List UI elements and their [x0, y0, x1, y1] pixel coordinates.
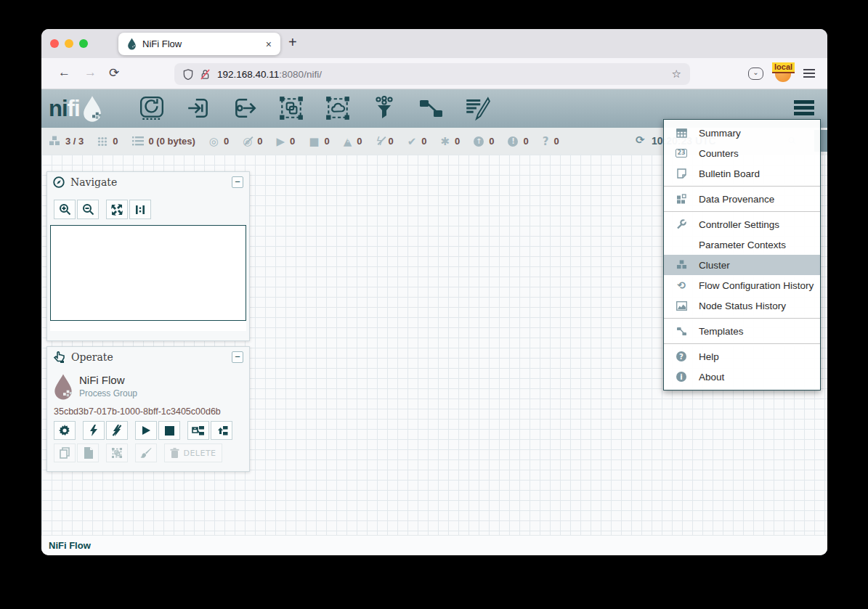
configure-button[interactable] [54, 421, 76, 440]
navigate-buttons [54, 200, 249, 219]
window-minimize-button[interactable] [65, 39, 73, 48]
window-zoom-button[interactable] [79, 39, 88, 48]
operate-title: Operate [71, 351, 232, 363]
summary-icon [674, 128, 689, 138]
templates-icon [674, 327, 689, 336]
up-to-date-count: 0 [421, 136, 426, 147]
running-count: 0 [290, 136, 295, 147]
menu-item-counters[interactable]: 23 Counters [664, 143, 820, 163]
nifi-global-menu: Summary 23 Counters Bulletin Board Data … [663, 119, 821, 391]
bookmark-star-icon[interactable]: ☆ [672, 68, 681, 81]
locally-modified-stale-count: 0 [523, 136, 528, 147]
start-button[interactable] [135, 421, 157, 440]
component-toolbar [138, 94, 491, 122]
birdseye-map[interactable] [50, 225, 246, 321]
process-group-drop-icon [53, 373, 73, 401]
disable-button[interactable] [106, 421, 128, 440]
refresh-icon[interactable]: ⟳ [636, 134, 645, 147]
pocket-icon[interactable]: ⌄ [748, 68, 763, 80]
queued-icon [132, 136, 144, 146]
zoom-actual-size-button[interactable] [129, 200, 151, 219]
reload-button[interactable]: ⟳ [109, 65, 119, 80]
remote-process-group-component[interactable] [324, 94, 352, 122]
funnel-component[interactable] [370, 94, 398, 122]
menu-item-about[interactable]: i About [664, 367, 820, 387]
enable-button[interactable] [83, 421, 105, 440]
cluster-icon [674, 260, 689, 270]
shield-icon[interactable] [183, 69, 193, 80]
logo-text-ni: ni [49, 96, 68, 122]
up-to-date-icon: ✔ [407, 135, 417, 148]
menu-item-flow-configuration-history[interactable]: ⟲ Flow Configuration History [664, 275, 820, 295]
back-button[interactable]: ← [58, 65, 70, 80]
process-group-component[interactable] [277, 94, 305, 122]
stopped-count: 0 [324, 136, 329, 147]
menu-item-summary[interactable]: Summary [664, 123, 820, 143]
navigate-panel: Navigate − [46, 171, 250, 341]
paste-button [77, 444, 99, 462]
menu-divider [664, 211, 820, 212]
menu-item-bulletin-board[interactable]: Bulletin Board [664, 163, 820, 184]
transmitting-count: 0 [224, 136, 229, 147]
zoom-in-button[interactable] [54, 200, 76, 219]
delete-button: DELETE [164, 444, 222, 462]
nifi-favicon-icon [127, 38, 137, 50]
browser-tab[interactable]: NiFi Flow × [118, 33, 280, 55]
navigate-collapse-button[interactable]: − [232, 176, 243, 188]
locally-modified-icon: ✱ [440, 135, 450, 148]
menu-item-cluster[interactable]: Cluster [664, 255, 820, 275]
sync-failure-icon: ? [543, 135, 549, 148]
tab-close-icon[interactable]: × [266, 38, 272, 50]
bulletin-board-icon [674, 168, 689, 179]
menu-item-data-provenance[interactable]: Data Provenance [664, 189, 820, 209]
sync-failure-count: 0 [553, 136, 559, 147]
nifi-global-menu-button[interactable] [794, 100, 814, 118]
invalid-count: 0 [357, 136, 362, 147]
upload-template-button[interactable] [211, 421, 232, 440]
queued-count: 0 (0 bytes) [149, 136, 195, 147]
forward-button: → [84, 65, 97, 80]
profile-container-label: local [772, 62, 795, 73]
input-port-component[interactable] [184, 94, 212, 122]
firefox-menu-icon[interactable] [803, 69, 815, 81]
group-button [106, 444, 128, 462]
template-component[interactable] [417, 94, 445, 122]
nifi-logo: nifi [49, 95, 103, 123]
fill-color-button [135, 444, 157, 462]
menu-item-parameter-contexts[interactable]: Parameter Contexts [664, 234, 820, 255]
operate-collapse-button[interactable]: − [232, 351, 243, 363]
menu-item-templates[interactable]: Templates [664, 321, 820, 341]
browser-window: NiFi Flow × + ← → ⟳ 192.168.40.11 :8080/… [41, 29, 827, 555]
operate-panel: Operate − NiFi Flow Process Group 35cbd3… [46, 346, 250, 472]
compass-icon [53, 176, 65, 188]
label-component[interactable] [463, 94, 491, 122]
breadcrumb-root[interactable]: NiFi Flow [49, 540, 91, 551]
tab-title: NiFi Flow [142, 38, 266, 49]
stale-count: 0 [489, 136, 494, 147]
menu-divider [664, 318, 820, 319]
stale-icon: ↑ [474, 136, 484, 147]
menu-item-controller-settings[interactable]: Controller Settings [664, 214, 820, 234]
screenshot-stage: NiFi Flow × + ← → ⟳ 192.168.40.11 :8080/… [0, 0, 868, 609]
stop-button[interactable] [158, 421, 180, 440]
url-bar[interactable]: 192.168.40.11 :8080/nifi/ ☆ [174, 63, 690, 85]
hand-pointer-icon [53, 351, 65, 364]
zoom-out-button[interactable] [77, 200, 99, 219]
menu-item-help[interactable]: ? Help [664, 346, 820, 367]
zoom-fit-button[interactable] [106, 200, 128, 219]
disabled-count: 0 [388, 136, 393, 147]
output-port-component[interactable] [231, 94, 259, 122]
selected-flow-id[interactable]: 35cbd3b7-017b-1000-8bff-1c3405c00d6b [54, 406, 221, 417]
stopped-icon: ■ [309, 135, 319, 148]
invalid-icon: ▲! [344, 135, 352, 148]
save-template-button[interactable] [187, 421, 209, 440]
new-tab-button[interactable]: + [288, 34, 297, 51]
insecure-lock-icon[interactable] [200, 69, 210, 80]
birdseye-strip [50, 321, 246, 331]
menu-item-node-status-history[interactable]: Node Status History [664, 295, 820, 316]
locally-modified-stale-icon: ! [508, 136, 518, 147]
not-transmitting-icon: ◎ [243, 135, 252, 148]
processor-component[interactable] [138, 94, 166, 122]
browser-tab-bar: NiFi Flow × + [41, 29, 827, 58]
window-close-button[interactable] [50, 39, 59, 48]
